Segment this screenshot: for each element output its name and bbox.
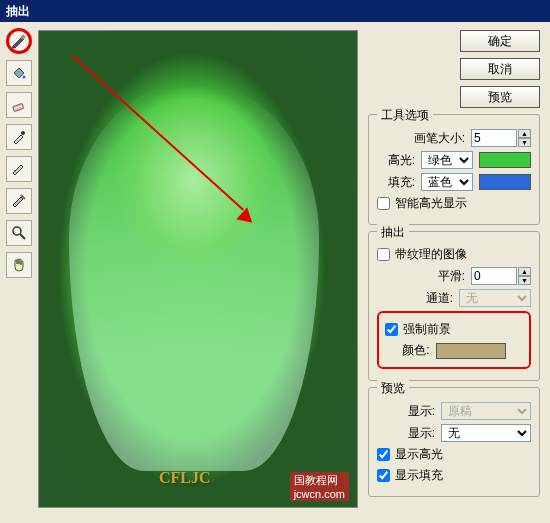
show-label: 显示: bbox=[408, 403, 435, 420]
highlight-color-label: 高光: bbox=[388, 152, 415, 169]
svg-point-4 bbox=[13, 227, 21, 235]
brush-size-input[interactable] bbox=[471, 129, 517, 147]
channel-label: 通道: bbox=[426, 290, 453, 307]
smart-highlight-label: 智能高光显示 bbox=[395, 195, 467, 212]
subject-silhouette bbox=[69, 81, 319, 471]
force-foreground-checkbox[interactable] bbox=[385, 323, 398, 336]
spin-up-icon[interactable]: ▲ bbox=[518, 267, 531, 276]
channel-select: 无 bbox=[459, 289, 531, 307]
highlight-color-select[interactable]: 绿色 bbox=[421, 151, 473, 169]
watermark-logo: CFLJC bbox=[159, 469, 211, 487]
svg-point-3 bbox=[21, 131, 25, 135]
svg-rect-2 bbox=[13, 103, 24, 111]
tool-palette bbox=[0, 22, 38, 523]
window-titlebar: 抽出 bbox=[0, 0, 550, 22]
spin-down-icon[interactable]: ▼ bbox=[518, 138, 531, 147]
tool-options-group: 工具选项 画笔大小: ▲▼ 高光: 绿色 填充: 蓝色 智能高光显示 bbox=[368, 114, 540, 225]
options-panel: 确定 取消 预览 工具选项 画笔大小: ▲▼ 高光: 绿色 填充: 蓝色 bbox=[358, 22, 550, 523]
display-label: 显示: bbox=[408, 425, 435, 442]
edge-highlighter-tool[interactable] bbox=[6, 28, 32, 54]
extract-group: 抽出 带纹理的图像 平滑: ▲▼ 通道: 无 强制前景 bbox=[368, 231, 540, 381]
brush-size-spinner[interactable]: ▲▼ bbox=[471, 129, 531, 147]
eyedropper-tool[interactable] bbox=[6, 124, 32, 150]
show-highlight-checkbox[interactable] bbox=[377, 448, 390, 461]
extract-title: 抽出 bbox=[377, 224, 409, 241]
fill-swatch bbox=[479, 174, 531, 190]
brush-size-label: 画笔大小: bbox=[414, 130, 465, 147]
show-fill-label: 显示填充 bbox=[395, 467, 443, 484]
hand-tool[interactable] bbox=[6, 252, 32, 278]
display-select[interactable]: 无 bbox=[441, 424, 531, 442]
canvas-preview[interactable]: CFLJC 国教程网jcwcn.com bbox=[38, 30, 358, 508]
tool-options-title: 工具选项 bbox=[377, 107, 433, 124]
eraser-tool[interactable] bbox=[6, 92, 32, 118]
fill-color-label: 填充: bbox=[388, 174, 415, 191]
zoom-tool[interactable] bbox=[6, 220, 32, 246]
dialog-content: CFLJC 国教程网jcwcn.com 确定 取消 预览 工具选项 画笔大小: … bbox=[0, 22, 550, 523]
highlight-swatch bbox=[479, 152, 531, 168]
preview-group: 预览 显示: 原稿 显示: 无 显示高光 显示填充 bbox=[368, 387, 540, 497]
textured-image-label: 带纹理的图像 bbox=[395, 246, 467, 263]
force-foreground-highlight: 强制前景 颜色: bbox=[377, 311, 531, 369]
watermark-site: 国教程网jcwcn.com bbox=[290, 472, 349, 501]
edge-touchup-tool[interactable] bbox=[6, 188, 32, 214]
cancel-button[interactable]: 取消 bbox=[460, 58, 540, 80]
preview-button[interactable]: 预览 bbox=[460, 86, 540, 108]
svg-point-1 bbox=[23, 76, 26, 79]
ok-button[interactable]: 确定 bbox=[460, 30, 540, 52]
show-fill-checkbox[interactable] bbox=[377, 469, 390, 482]
cleanup-tool[interactable] bbox=[6, 156, 32, 182]
textured-image-checkbox[interactable] bbox=[377, 248, 390, 261]
fill-tool[interactable] bbox=[6, 60, 32, 86]
preview-group-title: 预览 bbox=[377, 380, 409, 397]
smooth-input[interactable] bbox=[471, 267, 517, 285]
fg-color-swatch[interactable] bbox=[436, 343, 506, 359]
smart-highlight-checkbox[interactable] bbox=[377, 197, 390, 210]
window-title: 抽出 bbox=[6, 4, 30, 18]
spin-down-icon[interactable]: ▼ bbox=[518, 276, 531, 285]
fg-color-label: 颜色: bbox=[402, 342, 429, 359]
show-highlight-label: 显示高光 bbox=[395, 446, 443, 463]
fill-color-select[interactable]: 蓝色 bbox=[421, 173, 473, 191]
show-select: 原稿 bbox=[441, 402, 531, 420]
smooth-spinner[interactable]: ▲▼ bbox=[471, 267, 531, 285]
smooth-label: 平滑: bbox=[438, 268, 465, 285]
spin-up-icon[interactable]: ▲ bbox=[518, 129, 531, 138]
svg-line-5 bbox=[20, 234, 25, 239]
force-foreground-label: 强制前景 bbox=[403, 321, 451, 338]
